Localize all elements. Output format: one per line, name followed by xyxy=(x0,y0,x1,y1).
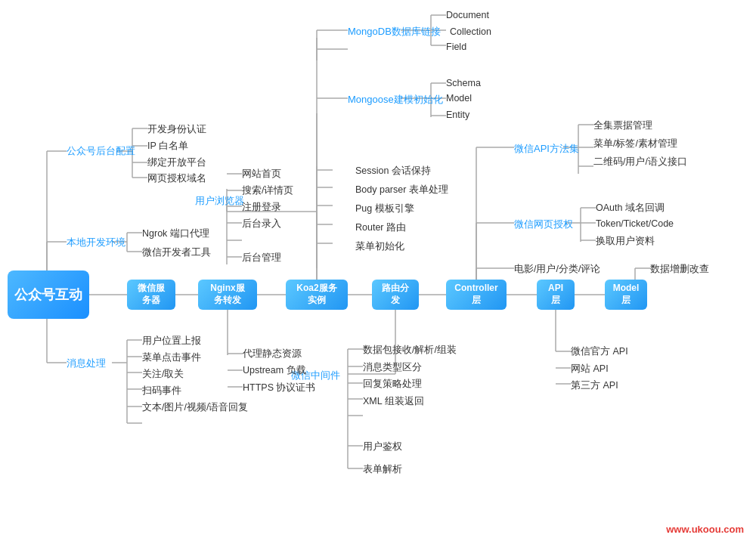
leaf-menu-click: 菜单点击事件 xyxy=(142,351,201,364)
leaf-ngrok-text: Ngrok 端口代理 xyxy=(142,227,209,240)
leaf-ip-whitelist-text: IP 白名单 xyxy=(147,140,188,153)
leaf-wechat-dev-tool-text: 微信开发者工具 xyxy=(142,246,211,259)
leaf-menu-init-text: 菜单初始化 xyxy=(355,240,404,253)
leaf-wechat-dev-tool: 微信开发者工具 xyxy=(142,246,211,259)
leaf-website-api: 网站 API xyxy=(571,363,609,376)
leaf-admin-login: 后台录入 xyxy=(242,218,281,230)
api-layer-label: API层 xyxy=(546,283,565,306)
leaf-collection-text: Collection xyxy=(450,26,491,37)
nginx-label: Nginx服务转发 xyxy=(207,283,248,306)
brand-text: www.ukoou.com xyxy=(666,524,744,535)
leaf-token-ticket-text: Token/Ticket/Code xyxy=(596,218,674,229)
leaf-form-parse-text: 表单解析 xyxy=(363,463,402,476)
koa2-label: Koa2服务实例 xyxy=(295,283,339,306)
leaf-register-login-text: 注册登录 xyxy=(242,201,281,214)
leaf-data-crud: 数据增删改查 xyxy=(650,263,709,276)
leaf-field-text: Field xyxy=(446,42,466,52)
nginx-node: Nginx服务转发 xyxy=(198,280,257,310)
leaf-oauth-domain-text: OAuth 域名回调 xyxy=(596,202,665,215)
leaf-qrcode-user-text: 二维码/用户/语义接口 xyxy=(593,156,687,168)
leaf-third-api: 第三方 API xyxy=(571,379,618,392)
leaf-dev-auth: 开发身份认证 xyxy=(147,123,206,136)
leaf-msg-type-text: 消息类型区分 xyxy=(363,361,422,374)
leaf-entity-text: Entity xyxy=(446,110,469,120)
leaf-pug: Pug 模板引擎 xyxy=(355,202,414,215)
leaf-reply-strategy: 回复策略处理 xyxy=(363,378,422,391)
router-label: 路由分发 xyxy=(381,283,410,306)
leaf-body-parser-text: Body parser 表单处理 xyxy=(355,184,448,196)
mongodb-label: MongoDB数据库链接 xyxy=(348,25,441,39)
diagram-container: 公众号互动 微信服务器 Nginx服务转发 Koa2服务实例 路由分发 Cont… xyxy=(0,0,756,544)
main-node: 公众号互动 xyxy=(8,270,89,319)
local-dev-label: 本地开发环境 xyxy=(67,236,125,249)
local-dev-node: 本地开发环境 xyxy=(67,236,125,249)
leaf-website-home: 网站首页 xyxy=(242,168,281,181)
leaf-data-pack: 数据包接收/解析/组装 xyxy=(363,344,457,357)
controller-label: Controller层 xyxy=(454,283,497,306)
leaf-schema-text: Schema xyxy=(446,78,481,88)
leaf-entity: Entity xyxy=(446,110,469,120)
leaf-official-api-text: 微信官方 API xyxy=(571,345,628,358)
model-layer-label: Model层 xyxy=(613,283,640,306)
leaf-user-auth-text: 用户鉴权 xyxy=(363,440,402,453)
leaf-document-text: Document xyxy=(446,10,489,20)
leaf-scan-event-text: 扫码事件 xyxy=(142,385,181,397)
leaf-admin-manage-text: 后台管理 xyxy=(242,252,281,264)
leaf-follow-unfollow-text: 关注/取关 xyxy=(142,368,184,381)
mongoose-label: Mongoose建模初始化 xyxy=(348,93,443,107)
leaf-get-user-info-text: 换取用户资料 xyxy=(596,235,655,248)
leaf-document: Document xyxy=(446,10,489,20)
message-handler-label: 消息处理 xyxy=(67,357,106,370)
message-handler-node: 消息处理 xyxy=(67,357,106,370)
user-browser-node: 用户浏览器 xyxy=(195,194,244,208)
wechat-api-label: 微信API方法集 xyxy=(514,142,579,156)
leaf-bind-platform: 绑定开放平台 xyxy=(147,156,206,169)
leaf-reply-strategy-text: 回复策略处理 xyxy=(363,378,422,391)
leaf-model: Model xyxy=(446,93,472,104)
leaf-get-user-info: 换取用户资料 xyxy=(596,235,655,248)
leaf-router-path: Router 路由 xyxy=(355,221,406,234)
leaf-website-api-text: 网站 API xyxy=(571,363,609,376)
mongoose-node: Mongoose建模初始化 xyxy=(348,93,443,107)
leaf-schema: Schema xyxy=(446,78,481,88)
leaf-xml-assemble: XML 组装返回 xyxy=(363,395,424,408)
leaf-text-reply: 文本/图片/视频/语音回复 xyxy=(142,401,248,414)
leaf-movie-user: 电影/用户/分类/评论 xyxy=(514,263,600,276)
mongodb-node: MongoDB数据库链接 xyxy=(348,25,441,39)
leaf-location-report-text: 用户位置上报 xyxy=(142,335,201,348)
leaf-follow-unfollow: 关注/取关 xyxy=(142,368,184,381)
leaf-text-reply-text: 文本/图片/视频/语音回复 xyxy=(142,401,248,414)
leaf-field: Field xyxy=(446,42,466,52)
leaf-admin-login-text: 后台录入 xyxy=(242,218,281,230)
leaf-session: Session 会话保持 xyxy=(355,165,431,178)
router-node: 路由分发 xyxy=(372,280,419,310)
leaf-collection: Collection xyxy=(450,26,491,37)
leaf-xml-assemble-text: XML 组装返回 xyxy=(363,395,424,408)
leaf-web-domain-text: 网页授权域名 xyxy=(147,172,206,185)
leaf-user-auth: 用户鉴权 xyxy=(363,440,402,453)
leaf-https-cert-text: HTTPS 协议证书 xyxy=(243,382,315,394)
leaf-token-ticket: Token/Ticket/Code xyxy=(596,218,674,229)
controller-node: Controller层 xyxy=(446,280,507,310)
leaf-dev-auth-text: 开发身份认证 xyxy=(147,123,206,136)
leaf-msg-type: 消息类型区分 xyxy=(363,361,422,374)
leaf-proxy-static-text: 代理静态资源 xyxy=(243,348,302,360)
gongzhonghao-label: 公众号后台配置 xyxy=(67,144,135,158)
leaf-upstream: Upstream 负载 xyxy=(243,364,306,377)
connector-lines xyxy=(0,0,756,544)
leaf-bind-platform-text: 绑定开放平台 xyxy=(147,156,206,169)
leaf-search-detail: 搜索/详情页 xyxy=(242,184,293,197)
leaf-ip-whitelist: IP 白名单 xyxy=(147,140,188,153)
leaf-ticket-mgmt-text: 全集票据管理 xyxy=(593,119,652,132)
leaf-upstream-text: Upstream 负载 xyxy=(243,364,306,377)
wechat-web-auth-label: 微信网页授权 xyxy=(514,218,573,231)
wechat-web-auth-node: 微信网页授权 xyxy=(514,218,573,231)
leaf-body-parser: Body parser 表单处理 xyxy=(355,184,448,196)
leaf-official-api: 微信官方 API xyxy=(571,345,628,358)
leaf-movie-user-text: 电影/用户/分类/评论 xyxy=(514,263,600,276)
leaf-router-path-text: Router 路由 xyxy=(355,221,406,234)
user-browser-label: 用户浏览器 xyxy=(195,194,244,208)
brand-label: www.ukoou.com xyxy=(666,524,744,535)
leaf-proxy-static: 代理静态资源 xyxy=(243,348,302,360)
leaf-data-pack-text: 数据包接收/解析/组装 xyxy=(363,344,457,357)
